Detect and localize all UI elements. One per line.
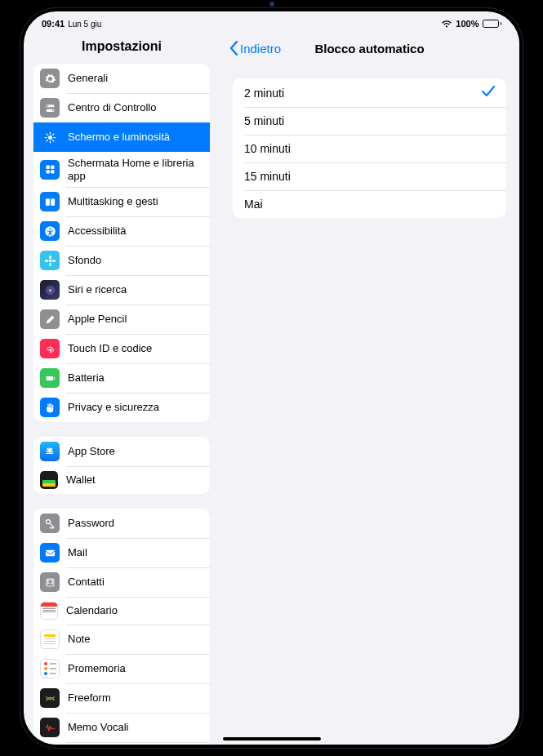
- sidebar-item-multitasking-e-gesti[interactable]: Multitasking e gesti: [33, 187, 210, 216]
- wallet-icon: [40, 471, 58, 489]
- sidebar-item-label: Schermata Home e libreria app: [68, 157, 202, 182]
- device-frame: 09:41 Lun 5 giu 100% Impostazioni Genera…: [20, 8, 523, 748]
- key-icon: [40, 514, 60, 533]
- sidebar-item-label: Memo Vocali: [68, 721, 202, 734]
- sidebar-item-siri-e-ricerca[interactable]: Siri e ricerca: [33, 275, 210, 305]
- option-label: 15 minuti: [244, 170, 291, 183]
- sidebar-item-promemoria[interactable]: Promemoria: [33, 654, 210, 683]
- back-label: Indietro: [240, 42, 281, 56]
- sidebar-item-contatti[interactable]: Contatti: [33, 567, 210, 597]
- option-label: 5 minuti: [244, 114, 284, 127]
- sidebar-item-label: Freeform: [68, 692, 202, 705]
- svg-point-20: [49, 228, 51, 229]
- sidebar-title: Impostazioni: [24, 31, 220, 64]
- brightness-icon: [40, 127, 60, 147]
- mail-icon: [40, 543, 60, 563]
- multitask-icon: [40, 192, 60, 211]
- sidebar-item-sfondo[interactable]: Sfondo: [33, 246, 210, 275]
- sidebar-item-label: Apple Pencil: [68, 313, 202, 326]
- sidebar-item-label: Password: [68, 517, 202, 530]
- sidebar-item-label: Mail: [68, 546, 202, 559]
- sidebar-item-freeform[interactable]: Freeform: [33, 683, 210, 713]
- sidebar-item-label: Calendario: [66, 604, 202, 617]
- sidebar-item-app-store[interactable]: App Store: [33, 437, 210, 466]
- svg-line-11: [47, 140, 47, 140]
- option-label: 2 minuti: [244, 87, 284, 100]
- siri-icon: [40, 280, 60, 300]
- autolock-option[interactable]: 5 minuti: [233, 107, 506, 135]
- sidebar-item-note[interactable]: Note: [33, 625, 210, 654]
- calendar-icon: [40, 602, 58, 620]
- option-label: Mai: [244, 198, 263, 211]
- sidebar-item-label: Note: [68, 633, 202, 646]
- sidebar-item-label: Accessibilità: [68, 225, 202, 238]
- sidebar-item-memo-vocali[interactable]: Memo Vocali: [33, 713, 210, 742]
- svg-point-1: [47, 105, 48, 106]
- sidebar-item-generali[interactable]: Generali: [33, 64, 210, 93]
- sidebar-item-label: Siri e ricerca: [68, 283, 202, 296]
- sidebar-item-batteria[interactable]: Batteria: [33, 363, 210, 393]
- sidebar-scroll[interactable]: GeneraliCentro di ControlloSchermo e lum…: [24, 64, 220, 745]
- voice-icon: [40, 718, 60, 737]
- split-view: Impostazioni GeneraliCentro di Controllo…: [24, 31, 519, 745]
- status-date: Lun 5 giu: [68, 20, 101, 29]
- status-time: 09:41: [42, 19, 65, 29]
- appstore-icon: [40, 442, 60, 461]
- sidebar-item-calendario[interactable]: Calendario: [33, 597, 210, 625]
- svg-point-28: [48, 288, 51, 291]
- sidebar-item-apple-pencil[interactable]: Apple Pencil: [33, 305, 210, 334]
- sidebar-item-label: Wallet: [66, 474, 202, 487]
- svg-rect-18: [51, 198, 55, 206]
- autolock-option[interactable]: 15 minuti: [233, 162, 506, 190]
- grid-icon: [40, 160, 60, 180]
- accessibility-icon: [40, 221, 60, 241]
- svg-rect-14: [51, 166, 54, 169]
- sidebar-item-privacy-e-sicurezza[interactable]: Privacy e sicurezza: [33, 393, 210, 422]
- sidebar-item-label: Schermo e luminosità: [68, 131, 202, 144]
- svg-point-25: [51, 260, 55, 262]
- back-button[interactable]: Indietro: [229, 41, 281, 56]
- sidebar-item-label: Batteria: [68, 371, 202, 385]
- status-left: 09:41 Lun 5 giu: [42, 19, 101, 29]
- option-label: 10 minuti: [244, 142, 291, 155]
- sidebar-item-schermata-home-e-libreria-app[interactable]: Schermata Home e libreria app: [33, 152, 210, 187]
- sidebar-item-centro-di-controllo[interactable]: Centro di Controllo: [33, 93, 210, 122]
- home-indicator[interactable]: [223, 737, 321, 740]
- reminders-icon: [40, 659, 60, 678]
- status-bar: 09:41 Lun 5 giu 100%: [24, 11, 519, 31]
- gear-icon: [40, 69, 60, 88]
- settings-sidebar: Impostazioni GeneraliCentro di Controllo…: [24, 31, 220, 745]
- sidebar-group: App StoreWallet: [33, 437, 210, 494]
- sidebar-item-label: Multitasking e gesti: [68, 195, 202, 208]
- svg-line-10: [52, 140, 53, 140]
- screen: 09:41 Lun 5 giu 100% Impostazioni Genera…: [24, 11, 519, 745]
- detail-header: Indietro Blocco automatico: [220, 31, 519, 65]
- sidebar-item-mail[interactable]: Mail: [33, 538, 210, 567]
- checkmark-icon: [482, 86, 495, 100]
- battery-icon: [40, 368, 60, 388]
- svg-rect-17: [45, 198, 49, 206]
- svg-point-24: [44, 260, 47, 262]
- autolock-option[interactable]: 2 minuti: [233, 78, 506, 107]
- svg-point-23: [48, 262, 51, 265]
- sidebar-item-messaggi[interactable]: Messaggi: [33, 742, 210, 745]
- autolock-option[interactable]: Mai: [233, 190, 506, 218]
- sidebar-item-accessibilit[interactable]: Accessibilità: [33, 216, 210, 246]
- sidebar-item-label: Generali: [68, 72, 202, 85]
- sidebar-item-touch-id-e-codice[interactable]: Touch ID e codice: [33, 334, 210, 363]
- chevron-left-icon: [229, 41, 238, 56]
- sidebar-item-schermo-e-luminosit[interactable]: Schermo e luminosità: [33, 122, 210, 152]
- svg-point-34: [48, 580, 51, 583]
- svg-rect-29: [46, 376, 53, 380]
- front-camera-dot: [269, 2, 274, 7]
- wifi-icon: [441, 20, 452, 29]
- flower-icon: [40, 251, 60, 270]
- sidebar-item-label: Privacy e sicurezza: [68, 401, 202, 414]
- sidebar-item-wallet[interactable]: Wallet: [33, 466, 210, 494]
- svg-point-22: [48, 256, 51, 259]
- svg-point-4: [48, 136, 52, 140]
- sidebar-item-label: Touch ID e codice: [68, 342, 202, 355]
- sidebar-item-password[interactable]: Password: [33, 509, 210, 538]
- sidebar-group: PasswordMailContattiCalendarioNotePromem…: [33, 509, 210, 745]
- autolock-option[interactable]: 10 minuti: [233, 135, 506, 162]
